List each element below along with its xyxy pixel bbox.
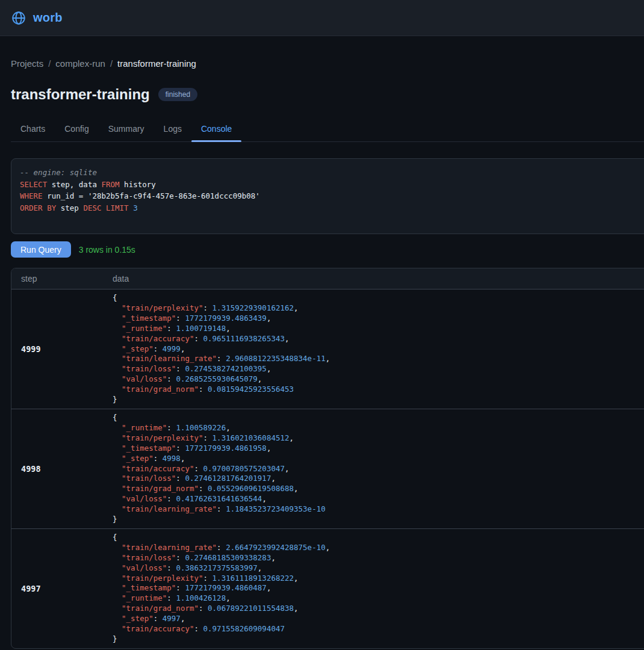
step-cell: 4999 bbox=[11, 289, 103, 409]
sql-line: -- engine: sqlite bbox=[20, 167, 644, 179]
tab-config[interactable]: Config bbox=[55, 116, 98, 141]
sql-line: WHERE run_id = '28b2b5fa-c9f4-457e-863e-… bbox=[20, 190, 644, 202]
data-cell: { "train/perplexity": 1.3159229390162162… bbox=[103, 289, 644, 409]
breadcrumb-item-transformer-training: transformer-training bbox=[117, 58, 196, 69]
tab-bar: ChartsConfigSummaryLogsConsole bbox=[11, 116, 644, 142]
breadcrumb-item-Projects[interactable]: Projects bbox=[11, 58, 43, 69]
step-cell: 4997 bbox=[11, 528, 103, 648]
json-value: { "train/perplexity": 1.3159229390162162… bbox=[113, 293, 644, 405]
results-table-body: 4999{ "train/perplexity": 1.315922939016… bbox=[11, 289, 644, 648]
results-table-head: stepdata bbox=[11, 268, 644, 289]
sql-line: ORDER BY step DESC LIMIT 3 bbox=[20, 202, 644, 214]
query-status: 3 rows in 0.15s bbox=[79, 245, 135, 255]
tab-charts[interactable]: Charts bbox=[11, 116, 55, 141]
status-badge: finished bbox=[158, 88, 197, 101]
brand-name[interactable]: worb bbox=[33, 11, 63, 25]
step-cell: 4998 bbox=[11, 409, 103, 528]
page-title: transformer-training bbox=[11, 85, 150, 104]
tab-summary[interactable]: Summary bbox=[99, 116, 154, 141]
sql-editor[interactable]: -- engine: sqliteSELECT step, data FROM … bbox=[11, 158, 644, 234]
results-table-container: stepdata 4999{ "train/perplexity": 1.315… bbox=[11, 268, 644, 649]
json-value: { "train/learning_rate": 2.6647923992428… bbox=[113, 533, 644, 645]
tab-logs[interactable]: Logs bbox=[154, 116, 191, 141]
tab-console[interactable]: Console bbox=[191, 116, 241, 141]
toolbar: Run Query 3 rows in 0.15s bbox=[11, 241, 644, 258]
sql-line: SELECT step, data FROM history bbox=[20, 179, 644, 191]
json-value: { "_runtime": 1.100589226, "train/perple… bbox=[113, 413, 644, 525]
table-row: 4998{ "_runtime": 1.100589226, "train/pe… bbox=[11, 409, 644, 528]
column-header-data: data bbox=[103, 268, 644, 289]
breadcrumb-item-complex-run[interactable]: complex-run bbox=[55, 58, 105, 69]
title-row: transformer-training finished bbox=[11, 85, 644, 104]
data-cell: { "_runtime": 1.100589226, "train/perple… bbox=[103, 409, 644, 528]
data-cell: { "train/learning_rate": 2.6647923992428… bbox=[103, 528, 644, 648]
breadcrumb: Projects/complex-run/transformer-trainin… bbox=[11, 57, 644, 70]
globe-icon[interactable] bbox=[11, 10, 26, 26]
run-query-button[interactable]: Run Query bbox=[11, 241, 71, 258]
results-table: stepdata 4999{ "train/perplexity": 1.315… bbox=[11, 268, 644, 648]
column-header-step: step bbox=[11, 268, 103, 289]
breadcrumb-separator: / bbox=[110, 58, 113, 69]
table-row: 4999{ "train/perplexity": 1.315922939016… bbox=[11, 289, 644, 409]
table-row: 4997{ "train/learning_rate": 2.664792399… bbox=[11, 528, 644, 648]
main-content: Projects/complex-run/transformer-trainin… bbox=[0, 57, 644, 649]
app-header: worb bbox=[0, 0, 644, 36]
breadcrumb-separator: / bbox=[48, 58, 51, 69]
